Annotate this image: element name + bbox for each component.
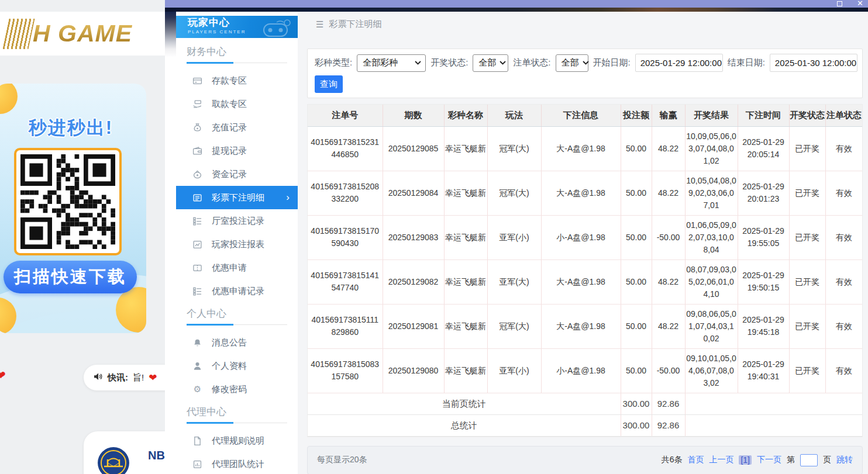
table-cell: 小-A盘@1.98	[541, 215, 621, 260]
summary-cell: 300.00	[621, 414, 652, 436]
table-cell: 401569173815208332200	[308, 171, 383, 215]
sidebar-item-person[interactable]: 个人资料	[176, 354, 298, 378]
table-cell: 401569173815141547740	[308, 260, 383, 304]
team-stats-icon	[192, 459, 202, 469]
sidebar-item-bet-detail[interactable]: 彩票下注明细›	[176, 186, 298, 209]
sidebar-item-label: 厅室投注记录	[212, 216, 264, 227]
coupon-icon	[192, 263, 202, 273]
wallet-icon	[192, 146, 202, 156]
table-cell: 幸运飞艇新	[444, 304, 487, 348]
table-cell: -50.00	[652, 215, 685, 260]
table-cell: 大-A盘@1.98	[541, 126, 621, 171]
summary-cell: 300.00	[621, 393, 652, 414]
sidebar-item-withdraw-hand[interactable]: 取款专区	[176, 92, 298, 116]
sidebar-item-coupon-records[interactable]: 优惠申请记录	[176, 279, 298, 303]
sidebar-item-deposit-card[interactable]: 存款专区	[176, 69, 298, 92]
table-cell: 已开奖	[789, 215, 825, 260]
sidebar-item-money-bag[interactable]: 充值记录	[176, 116, 298, 139]
prev-page-link[interactable]: 上一页	[709, 455, 733, 465]
news-ticker: 快讯: 旨! ❤	[84, 365, 177, 390]
table-cell: 2025-01-29 20:05:14	[738, 126, 789, 171]
sidebar-item-wallet[interactable]: 提现记录	[176, 139, 298, 162]
table-cell: 冠军(大)	[487, 126, 541, 171]
table-cell: 大-A盘@1.98	[541, 304, 621, 348]
download-promo-banner[interactable]: 秒进秒出! 扫描快速下载	[0, 84, 146, 333]
jump-prefix: 第	[787, 455, 795, 465]
table-cell: 10,05,04,08,09,02,03,06,07,01	[685, 171, 738, 215]
filter-panel: 彩种类型: 全部彩种 开奖状态: 全部 注单状态: 全部	[307, 49, 863, 98]
first-page-link[interactable]: 首页	[687, 455, 704, 465]
sidebar-item-hall-records[interactable]: 厅室投注记录	[176, 209, 298, 233]
sidebar-item-label: 修改密码	[212, 384, 247, 395]
query-button[interactable]: 查询	[315, 75, 343, 93]
table-cell: 冠军(大)	[487, 304, 541, 348]
sidebar-item-label: 优惠申请	[212, 262, 247, 274]
table-cell: 20250129083	[383, 215, 444, 260]
window-restore-icon[interactable]	[837, 1, 842, 6]
sidebar-item-label: 取款专区	[212, 99, 247, 110]
topbar: ☰ 彩票下注明细	[298, 12, 868, 37]
window-close-icon[interactable]: ✕	[857, 0, 863, 7]
sidebar-item-label: 消息公告	[212, 337, 247, 348]
table-cell: 已开奖	[789, 260, 825, 304]
table-cell: 有效	[825, 260, 862, 304]
sidebar-item-report-chart[interactable]: 玩家投注报表	[176, 233, 298, 256]
table-cell: 有效	[825, 348, 862, 393]
table-cell: 08,07,09,03,05,02,06,01,04,10	[685, 260, 738, 304]
table-cell: 09,08,06,05,01,07,04,03,10,02	[685, 304, 738, 348]
sidebar-section-title: 个人中心	[176, 303, 298, 325]
page-jump-input[interactable]	[800, 454, 818, 466]
current-page-badge: [1]	[739, 455, 752, 465]
sidebar-item-label: 个人资料	[212, 361, 247, 372]
gold-blob	[0, 84, 18, 114]
table-cell: 2025-01-29 19:45:18	[738, 304, 789, 348]
sidebar-item-label: 存款专区	[212, 75, 247, 87]
sidebar-section-title: 代理中心	[176, 401, 298, 423]
table-cell: 小-A盘@1.98	[541, 348, 621, 393]
start-date-label: 开始日期:	[593, 57, 631, 68]
warriors-logo	[97, 446, 130, 474]
column-header: 玩法	[487, 105, 541, 126]
withdraw-hand-icon	[192, 99, 202, 109]
table-row: 40156917381517059043020250129083幸运飞艇新亚军(…	[308, 215, 862, 260]
page-title: 彩票下注明细	[329, 19, 381, 30]
page-banner-backdrop	[165, 8, 868, 12]
draw-status-select[interactable]: 全部	[473, 54, 508, 72]
gamepad-icon	[260, 19, 292, 38]
brand-logo-text: H GAME	[33, 20, 132, 47]
scan-download-button[interactable]: 扫描快速下载	[4, 261, 137, 293]
hamburger-icon[interactable]: ☰	[316, 19, 323, 30]
next-page-link[interactable]: 下一页	[757, 455, 781, 465]
table-cell: 401569173815111829860	[308, 304, 383, 348]
table-cell: 50.00	[621, 171, 652, 215]
column-header: 彩种名称	[444, 105, 487, 126]
sidebar-item-label: 优惠申请记录	[212, 286, 264, 297]
sidebar-item-gear[interactable]: ⚙修改密码	[176, 378, 298, 401]
jump-suffix: 页	[823, 455, 831, 465]
order-status-select[interactable]: 全部	[556, 54, 588, 72]
table-cell: 亚军(大)	[487, 260, 541, 304]
table-cell: 48.22	[652, 260, 685, 304]
heart-icon: ❤	[149, 372, 157, 384]
sidebar-item-document[interactable]: 代理规则说明	[176, 429, 298, 452]
start-date-input[interactable]: 2025-01-29 12:00:00	[635, 54, 723, 72]
table-cell: 48.22	[652, 304, 685, 348]
table-cell: 01,06,05,09,02,07,03,10,08,04	[685, 215, 738, 260]
sidebar-item-coin-purse[interactable]: 资金记录	[176, 162, 298, 186]
end-date-input[interactable]: 2025-01-30 12:00:00	[770, 54, 857, 72]
table-cell: 20250129081	[383, 304, 444, 348]
table-cell: 2025-01-29 19:55:05	[738, 215, 789, 260]
table-cell: 2025-01-29 20:01:23	[738, 171, 789, 215]
sidebar-item-label: 提现记录	[212, 146, 247, 157]
jump-link[interactable]: 跳转	[836, 455, 853, 465]
table-cell: 幸运飞艇新	[444, 171, 487, 215]
table-cell: 401569173815231446850	[308, 126, 383, 171]
table-cell: 已开奖	[789, 348, 825, 393]
modal-backdrop-gap	[165, 12, 176, 474]
sidebar-item-team-stats[interactable]: 代理团队统计	[176, 452, 298, 474]
lottery-type-select[interactable]: 全部彩种	[357, 54, 426, 72]
window-titlebar: ✕	[165, 0, 868, 8]
sidebar-item-coupon[interactable]: 优惠申请	[176, 256, 298, 279]
sidebar-item-bell[interactable]: 消息公告	[176, 331, 298, 354]
table-cell: 20250129080	[383, 348, 444, 393]
